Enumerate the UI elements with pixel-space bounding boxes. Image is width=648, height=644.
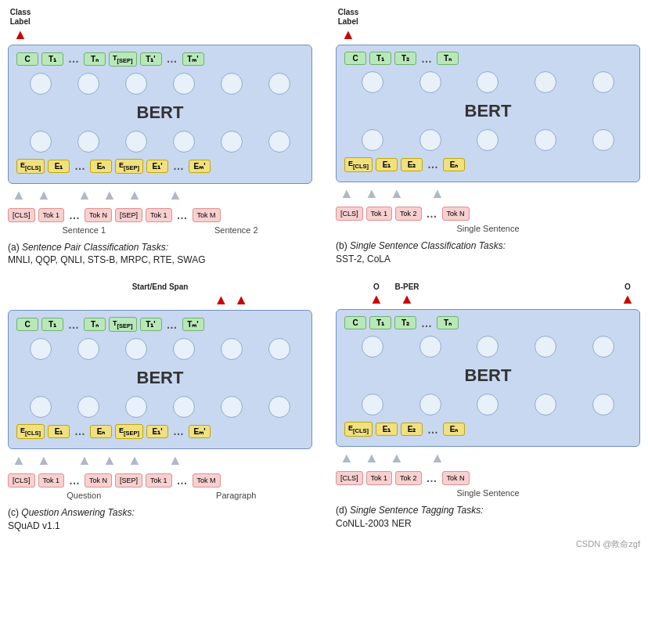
circle-c-11 [221,396,243,418]
caption-a-detail: MNLI, QQP, QNLI, STS-B, MRPC, RTE, SWAG [8,254,206,265]
circle-d-8 [477,394,499,416]
token-C-d: C [344,316,366,329]
bert-box-b: C T₁ T₂ … Tₙ BERT [336,45,640,182]
gray-arrows-d: ▲ ▲ ▲ ▲ [336,450,640,466]
circle-b-10 [592,129,614,151]
token-T1p-a: T₁' [140,52,162,66]
g-arr-b-1: ▲ [336,185,358,202]
circle-c-1 [30,338,52,360]
embed-EN-c: Eₙ [90,425,112,438]
caption-b-detail: SST-2, CoLA [336,254,391,264]
gray-arrows-a: ▲ ▲ ▲ ▲ ▲ ▲ [8,187,312,203]
inp-CLS-a: [CLS] [8,208,35,222]
embed-tokens-a: E[CLS] E₁ … Eₙ E[SEP] E₁' … Eₘ' [16,159,304,174]
circle-a-2 [77,73,99,95]
inp-CLS-d: [CLS] [336,471,363,485]
embed-E2-b: E₂ [401,158,423,171]
circle-c-8 [77,396,99,418]
bert-box-a: C T₁ … Tₙ T[SEP] T₁' … Tₘ' [8,45,312,184]
dots-inp-d1: … [425,472,439,484]
input-tokens-b: [CLS] Tok 1 Tok 2 … Tok N [336,207,640,221]
inp-tok1p-c: Tok 1 [146,473,172,487]
dots-a1: … [67,52,81,65]
circle-b-2 [419,71,441,93]
diagram-a-wrapper: ClassLabel ▲ C T₁ … Tₙ T[SEP] T₁' … Tₘ' [8,8,312,235]
inp-SEP-c: [SEP] [115,473,142,487]
g-arr-d-4: ▲ [427,450,448,466]
watermark: CSDN @救命zgf [8,538,640,550]
dots-eb1: … [426,158,440,171]
dots-d1: … [419,317,434,329]
circle-b-8 [477,129,499,151]
token-T1-c: T₁ [41,318,63,331]
circle-a-6 [268,73,290,95]
circle-a-5 [221,73,243,95]
g-arr-d-3: ▲ [386,450,408,466]
dots-c1: … [67,318,81,331]
circle-c-10 [173,396,195,418]
gray-arrows-b: ▲ ▲ ▲ ▲ [336,185,640,202]
caption-a-title: Sentence Pair Classification Tasks: [22,242,168,253]
token-C-b: C [344,52,366,65]
token-T1-a: T₁ [41,52,63,66]
token-T2-b: T₂ [394,52,416,65]
output-tokens-a: C T₁ … Tₙ T[SEP] T₁' … Tₘ' [16,52,304,67]
circle-d-2 [419,336,441,358]
bert-box-c: C T₁ … Tₙ T[SEP] T₁' … Tₘ' [8,310,312,449]
caption-c-title: Question Answering Tasks: [21,507,135,518]
red-arrow-d-3: ▲ [621,291,635,308]
circle-b-5 [592,71,614,93]
g-arr-b-4: ▲ [427,185,448,202]
token-TMp-a: Tₘ' [182,52,204,66]
caption-a-letter: (a) [8,242,22,253]
red-arrow-a: ▲ [13,27,27,43]
diagram-c: Start/End Span ▲ ▲ C T₁ … Tₙ [8,282,312,532]
g-arr-c-5: ▲ [124,452,146,469]
caption-c-detail: SQuAD v1.1 [8,520,60,531]
embed-CLS-c: E[CLS] [16,424,45,439]
sent2-label-c: Paragraph [160,491,313,500]
inp-tokN-a: Tok N [85,208,112,222]
circle-a-12 [268,131,290,153]
dots-ea2: … [171,160,185,172]
embed-EMp-c: Eₘ' [189,425,211,438]
g-arr-a-2: ▲ [33,187,55,203]
red-arrow-d-1: ▲ [369,291,383,308]
inp-tok1p-a: Tok 1 [146,208,172,222]
circle-a-7 [30,131,52,153]
inp-tok1-b: Tok 1 [366,207,393,221]
output-tokens-b: C T₁ T₂ … Tₙ [344,52,632,65]
circle-c-2 [77,338,99,360]
token-TN-b: Tₙ [437,52,459,65]
circle-d-1 [362,336,383,358]
circle-b-7 [419,129,441,151]
embed-ESEP-a: E[SEP] [115,159,143,174]
bert-label-c: BERT [16,368,304,388]
token-TN-c: Tₙ [84,318,106,331]
output-tokens-d: C T₁ T₂ … Tₙ [344,316,632,329]
diagram-b: ClassLabel ▲ C T₁ T₂ … Tₙ [336,8,640,267]
circle-d-5 [592,336,614,358]
inp-tok1-c: Tok 1 [38,473,65,487]
circle-b-1 [362,71,383,93]
caption-c-letter: (c) [8,507,21,518]
class-label-a: ClassLabel [10,8,31,27]
g-arr-d-2: ▲ [361,450,383,466]
gray-arrows-c: ▲ ▲ ▲ ▲ ▲ ▲ [8,452,312,469]
circle-c-4 [173,338,195,360]
caption-d-detail: CoNLL-2003 NER [336,518,412,529]
token-TMp-c: Tₘ' [182,318,204,331]
bert-label-b: BERT [344,101,632,121]
diagram-c-wrapper: Start/End Span ▲ ▲ C T₁ … Tₙ [8,282,312,500]
g-arr-a-3: ▲ [74,187,95,203]
output-tokens-c: C T₁ … Tₙ T[SEP] T₁' … Tₘ' [16,317,304,332]
diagram-b-wrapper: ClassLabel ▲ C T₁ T₂ … Tₙ [336,8,640,233]
circle-b-6 [362,129,383,151]
embed-tokens-b: E[CLS] E₁ E₂ … Eₙ [344,157,632,172]
caption-a: (a) Sentence Pair Classification Tasks: … [8,241,312,268]
inp-tokN-b: Tok N [442,207,470,221]
circle-c-3 [125,338,147,360]
startend-label-c: Start/End Span [132,282,189,291]
g-arr-c-2: ▲ [33,452,55,469]
dots-c2: … [165,318,179,331]
